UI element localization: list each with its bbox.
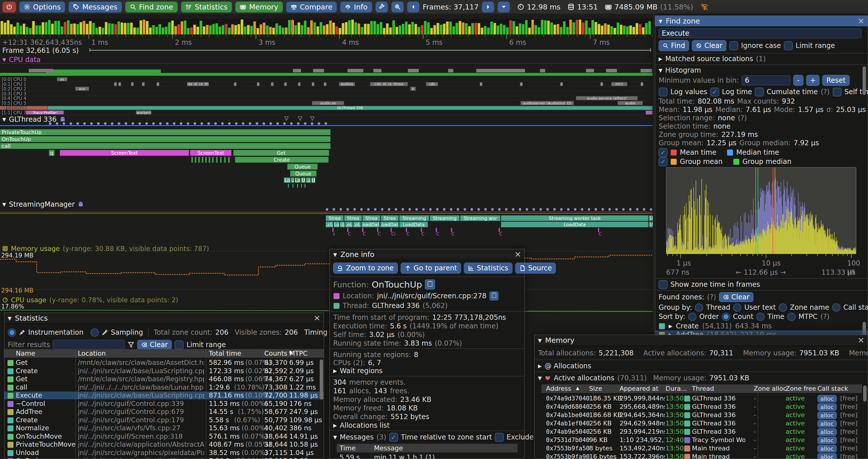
cumulate-time-checkbox[interactable]: [755, 88, 764, 96]
cpu-plot-header[interactable]: CPU usage(y-range: 0.78%, visible data p…: [2, 296, 178, 304]
column-header[interactable]: Address: [546, 385, 571, 392]
cpu-zone[interactable]: c: [312, 82, 314, 86]
column-header[interactable]: Thread: [692, 385, 714, 392]
glthread-zone[interactable]: Create: [235, 157, 329, 163]
cpu-zone[interactable]: kworker/u: [136, 110, 151, 114]
group-by-call-stacks[interactable]: [832, 303, 840, 312]
zoom-frames-button[interactable]: [391, 1, 404, 13]
cpu-row[interactable]: audio.service (effect)[0:4] CPU 4: [0, 96, 653, 101]
column-header[interactable]: Size: [589, 385, 602, 392]
streaming-zone[interactable]: St: [649, 215, 653, 221]
options-button[interactable]: Options: [19, 1, 65, 13]
free-link[interactable]: [free]: [840, 412, 858, 419]
find-button[interactable]: Find: [659, 40, 689, 51]
cpu-row[interactable]: ccccccds_ol_rx_thrcccccccaudioscds_ol_rx…: [0, 82, 653, 87]
streaming-zone[interactable]: Strea: [363, 215, 380, 221]
alloc-chip-button[interactable]: alloc: [817, 403, 837, 411]
cpu-row[interactable]: os[0:0] CPU 0: [0, 77, 653, 82]
streaming-zone[interactable]: LoadDaU: [361, 222, 380, 227]
limit-range-checkbox[interactable]: [175, 340, 184, 349]
glthread-zone[interactable]: Lo: [284, 177, 291, 183]
streaming-zone[interactable]: LoadDaU: [380, 222, 399, 227]
cpu-zone[interactable]: audio: [618, 101, 643, 105]
free-link[interactable]: [free]: [840, 420, 858, 427]
increment-button[interactable]: +: [806, 75, 819, 86]
sampling-radio[interactable]: [91, 328, 99, 337]
cpu-zone[interactable]: mi:t: [611, 82, 627, 86]
found-zone-row[interactable]: ▶Create(54,131)643.34 ms: [655, 322, 868, 330]
frame-info-row[interactable]: Frame 32,661 (6.05 s): [0, 46, 653, 54]
message-row[interactable]: 5.59 smip 11 w 1 h 1 (1): [337, 454, 518, 459]
mean-time-checkbox[interactable]: ✓: [659, 148, 668, 157]
range-center[interactable]: ← 112.66 µs →: [736, 268, 786, 276]
streaming-zone[interactable]: LoadData: [501, 222, 649, 227]
histogram-plot[interactable]: [666, 167, 856, 254]
glthread-zone[interactable]: [202, 157, 204, 163]
column-header[interactable]: Counts: [264, 350, 287, 357]
glthread-zone[interactable]: [305, 184, 306, 188]
alloc-chip-button[interactable]: alloc: [817, 437, 837, 444]
glthread-zone[interactable]: [195, 157, 196, 163]
memory-panel-titlebar[interactable]: ▼Memory✕: [534, 335, 868, 346]
collapse-icon[interactable]: ▼: [8, 316, 11, 321]
collapsed-zone-marker[interactable]: ▽: [298, 115, 303, 121]
glthread-zone[interactable]: [191, 157, 193, 163]
alloc-chip-button[interactable]: alloc: [817, 453, 837, 459]
go-to-parent-button[interactable]: Go to parent: [401, 263, 461, 273]
cpu-zone[interactable]: audio.se: [312, 101, 344, 105]
column-header[interactable]: Total time: [209, 350, 241, 357]
glthread-zone[interactable]: OnTouchUp: [0, 136, 331, 142]
cpu-zone[interactable]: c: [118, 82, 121, 86]
free-link[interactable]: [free]: [840, 436, 858, 444]
scrollbar-thumb[interactable]: [863, 386, 867, 402]
glthread-zone[interactable]: ScreenText: [190, 150, 231, 156]
group-by-zone-name[interactable]: [779, 303, 787, 312]
glthread-zone[interactable]: Lo: [306, 177, 311, 183]
clear-button[interactable]: Clear: [692, 40, 726, 51]
allocation-row[interactable]: 0x74ab1ef040256 KB294,629,948ns13:50.7GL…: [541, 420, 862, 427]
close-icon[interactable]: ✕: [858, 17, 864, 26]
streaming-zone[interactable]: Streaming worker task: [501, 215, 649, 221]
cpu-row[interactable]: audio.seaudioserver (AudioOut_D)audio[0:…: [0, 101, 653, 106]
allocation-row[interactable]: 0x7553b9fa9016 bytes153,722,396ns13:50.8…: [541, 453, 862, 459]
cpu-zone[interactable]: os: [57, 77, 67, 81]
table-row[interactable]: Get/mnt/e/claw/src/claw/base/AssetDict.h…: [4, 359, 324, 367]
table-row[interactable]: Get/mnt/e/claw/src/claw/base/Registry.hp…: [4, 375, 324, 383]
cpu-zone[interactable]: c: [131, 82, 134, 86]
streaming-zone[interactable]: LoU: [353, 222, 361, 227]
cpu-zone[interactable]: c: [257, 82, 260, 86]
statistics-button[interactable]: Statistics: [181, 1, 232, 13]
statistics-button[interactable]: Statistics: [464, 263, 513, 273]
alloc-chip-button[interactable]: alloc: [817, 428, 837, 436]
cpu-zone[interactable]: c: [271, 82, 274, 86]
cpu-zone[interactable]: c: [114, 82, 117, 86]
find-zone-query-input[interactable]: Execute: [659, 28, 861, 38]
cpu-zone[interactable]: c: [298, 82, 301, 86]
group-mean-checkbox[interactable]: ✓: [659, 157, 668, 166]
glthread-zone[interactable]: [228, 157, 230, 163]
exclude-children-checkbox[interactable]: [495, 433, 504, 442]
sort-by-count[interactable]: [722, 313, 730, 321]
expand-icon[interactable]: ▶: [538, 363, 542, 369]
zoom-to-zone-button[interactable]: Zoom to zone: [333, 263, 398, 273]
column-header[interactable]: MTPC: [289, 350, 308, 357]
cpu-row[interactable]: auck[0:2] CPU 2: [0, 87, 653, 91]
column-header[interactable]: Dura...: [665, 385, 687, 392]
free-link[interactable]: [free]: [840, 445, 858, 452]
allocation-row[interactable]: 0x7531d7b04096 KB1:10 234,952,16112:40.7…: [541, 436, 862, 444]
glthread-zone[interactable]: call: [0, 143, 331, 149]
cpu-zone[interactable]: c: [520, 82, 523, 86]
cpu-zone[interactable]: c: [480, 82, 483, 86]
collapse-icon[interactable]: ▼: [538, 337, 542, 343]
expand-icon[interactable]: ▶: [333, 368, 337, 374]
glthread-zone[interactable]: [209, 157, 210, 163]
instrumentation-radio[interactable]: [8, 328, 16, 337]
cpu-row[interactable]: GLTGLThread 336[1:0] CPU 6: [0, 106, 653, 110]
glthread-zone[interactable]: ScreenText: [60, 150, 189, 156]
decrement-button[interactable]: -: [793, 75, 803, 86]
free-link[interactable]: [free]: [840, 395, 858, 402]
found-zones-help[interactable]: (?): [707, 293, 716, 301]
glthread-zone[interactable]: [205, 157, 207, 163]
streaming-zone[interactable]: LoU: [345, 222, 353, 227]
streaming-zone[interactable]: Streaming wor: [460, 215, 500, 221]
